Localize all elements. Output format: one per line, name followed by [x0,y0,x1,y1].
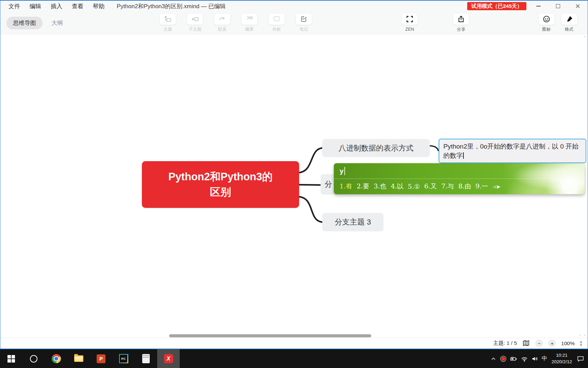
tray-battery[interactable] [510,355,518,362]
tray-show-hidden-icons[interactable] [490,355,497,362]
central-topic-line2: 区别 [210,185,231,200]
branch-topic-octal[interactable]: 八进制数据的表示方式 [322,139,430,157]
boundary-button[interactable]: 外框 [263,13,290,32]
ime-candidate-6[interactable]: 6.又 [424,182,437,191]
zen-label: ZEN [405,27,414,32]
tray-ime-language[interactable]: 中 [542,355,547,362]
taskbar-pycharm[interactable]: PC [112,349,135,368]
tab-outline[interactable]: 大纲 [51,19,63,27]
topic-counter: 主题: 1 / 5 [493,340,517,347]
zen-button[interactable]: ZEN [396,13,423,32]
format-label: 格式 [565,27,573,32]
ime-candidate-1[interactable]: 1.有 [340,182,352,191]
ime-next-page-icon[interactable]: ▶ [497,184,500,189]
menu-edit[interactable]: 编辑 [25,2,46,10]
menu-view[interactable]: 查看 [67,2,88,10]
ime-candidate-4[interactable]: 4.以 [391,182,403,191]
icon-marker-button[interactable]: 图标 [535,13,558,32]
scroll-down-icon[interactable]: ⌄ [583,332,586,336]
menu-insert[interactable]: 插入 [46,2,67,10]
branch-octal-label: 八进制数据的表示方式 [339,143,413,153]
notification-icon [576,355,585,363]
chrome-icon [52,354,61,363]
trial-mode-badge[interactable]: 试用模式（已245天） [467,2,526,10]
smiley-icon [542,15,551,23]
pycharm-icon: PC [119,354,128,363]
statusbar: 主题: 1 / 5 − + 100% ∧∨ [0,338,588,349]
scroll-right-icon[interactable]: › [579,333,581,337]
scroll-up-icon[interactable]: ⌃ [583,36,586,40]
close-button[interactable] [568,1,588,12]
summary-button[interactable]: 概要 [236,13,263,32]
document-title: Python2和Python3的区别.xmind — 已编辑 [117,2,226,10]
mindmap-canvas[interactable]: Python2和Python3的 区别 八进制数据的表示方式 Python2里，… [0,34,588,338]
cortana-button[interactable] [22,349,45,368]
menu-file[interactable]: 文件 [4,2,25,10]
taskbar-chrome[interactable] [45,349,67,368]
window-controls [528,1,588,12]
toolbar: 思维导图 大纲 主题 子主题 联系 概要 [0,12,588,34]
taskbar-file-explorer[interactable] [67,349,90,368]
share-label: 分享 [457,27,466,32]
summary-label: 概要 [245,27,254,32]
zoom-out-button[interactable]: − [535,339,543,347]
notes-label: 笔记 [300,27,308,32]
zoom-in-button[interactable]: + [548,339,556,347]
tray-recorder[interactable] [500,355,507,362]
record-dot-icon [500,355,507,362]
tray-wifi[interactable] [521,355,528,362]
ime-candidate-7[interactable]: 7.与 [441,182,454,191]
taskbar-powerpoint[interactable]: P [90,349,112,368]
ime-candidate-3[interactable]: 3.也 [374,182,386,191]
tool-group-zen: ZEN [396,13,423,32]
minimize-icon [536,6,541,6]
subtopic-editing[interactable]: Python2里，0o开始的数字是八进制，以 0 开始 的数字 [439,139,586,163]
minimize-button[interactable] [528,1,548,12]
tray-volume[interactable] [531,355,539,362]
topic-button[interactable]: 主题 [154,13,181,32]
boundary-icon [273,15,281,23]
system-tray: 中 10:21 2020/2/12 [490,349,585,368]
notes-icon [300,15,308,23]
subtopic-button[interactable]: 子主题 [181,13,209,32]
subtopic-icon [191,15,199,23]
horizontal-scrollbar-thumb[interactable] [169,334,371,337]
menu-help[interactable]: 帮助 [88,2,109,10]
start-button[interactable] [0,349,22,368]
icon-marker-label: 图标 [542,27,551,32]
ime-candidate-2[interactable]: 2.要 [357,182,369,191]
ime-candidate-row: 1.有 2.要 3.也 4.以 5.① 6.又 7.与 8.由 9.一 ◀ ▶ [334,179,585,194]
share-button[interactable]: 分享 [447,13,475,32]
ime-candidate-9[interactable]: 9.一 [475,182,488,191]
maximize-button[interactable] [548,1,568,12]
xmind-icon: X [164,354,173,363]
taskbar-clock[interactable]: 10:21 2020/2/12 [550,352,573,365]
zoom-in-label: + [551,340,554,346]
ime-prev-page-icon[interactable]: ◀ [492,184,496,189]
maximize-icon [556,4,560,8]
xmind-window: 文件 编辑 插入 查看 帮助 Python2和Python3的区别.xmind … [0,0,588,349]
taskbar-xmind-active[interactable]: X [157,349,180,368]
notes-button[interactable]: 笔记 [290,13,317,32]
format-button[interactable]: 格式 [558,13,581,32]
central-topic[interactable]: Python2和Python3的 区别 [142,161,299,208]
topic-icon [164,15,172,23]
boundary-label: 外框 [273,27,281,32]
windows-taskbar: P PC X 中 [0,349,588,368]
tab-mindmap[interactable]: 思维导图 [6,17,43,29]
ime-candidate-5[interactable]: 5.① [408,183,420,190]
action-center-button[interactable] [576,355,585,363]
tool-group-share: 分享 [447,13,475,32]
zoom-select[interactable]: ∧∨ [580,341,582,346]
calculator-icon [142,354,150,363]
relationship-icon [218,15,226,23]
tool-group-panels: 图标 格式 [535,13,581,32]
ime-composition-row: y [334,163,585,179]
taskbar-calculator[interactable] [135,349,157,368]
ime-composition-text: y [340,167,344,175]
ime-candidate-8[interactable]: 8.由 [458,182,471,191]
topic-label: 主题 [164,27,172,32]
relationship-button[interactable]: 联系 [209,13,236,32]
branch-topic-3[interactable]: 分支主题 3 [322,213,383,231]
map-overview-icon[interactable] [522,339,530,348]
